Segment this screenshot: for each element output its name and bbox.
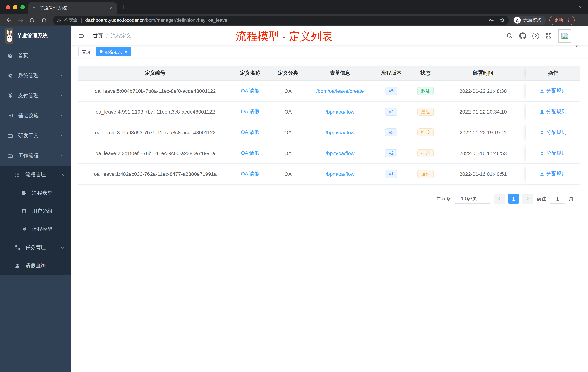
form-link[interactable]: /bpm/oa/flow xyxy=(326,130,355,135)
sidebar-item-system-mgmt[interactable]: 系统管理 xyxy=(0,66,71,86)
goto-label: 前往 xyxy=(537,196,546,202)
robot-icon xyxy=(21,208,27,214)
col-header-actions: 操作 xyxy=(526,66,580,80)
person-icon xyxy=(540,172,544,176)
password-key-icon[interactable] xyxy=(488,17,494,23)
page-number-button[interactable]: 1 xyxy=(508,194,519,204)
reload-button[interactable] xyxy=(27,15,37,25)
toolbox-icon xyxy=(7,133,13,139)
definition-name-link[interactable]: OA 请假 xyxy=(241,129,260,136)
version-badge: v5 xyxy=(385,87,397,95)
breadcrumb-home[interactable]: 首页 xyxy=(93,33,103,39)
forward-button[interactable] xyxy=(15,15,25,25)
active-tag-dot xyxy=(100,50,103,53)
assign-rule-button[interactable]: 分配规则 xyxy=(540,109,567,115)
back-button[interactable] xyxy=(4,15,14,25)
bookmark-star-icon[interactable] xyxy=(499,17,505,23)
assign-rule-button[interactable]: 分配规则 xyxy=(540,88,567,94)
table-row: oa_leave:5:004b710b-7b8a-11ec-8ef0-acde4… xyxy=(78,81,580,101)
help-icon[interactable]: ? xyxy=(532,33,539,39)
app-title: 芋道管理系统 xyxy=(17,33,48,39)
sidebar-item-process-model[interactable]: 流程模型 xyxy=(0,220,71,238)
sidebar-item-process-mgmt[interactable]: 流程管理 xyxy=(0,166,71,184)
arrow-right-icon xyxy=(525,196,530,201)
table-header-row: 定义编号 定义名称 定义分类 表单信息 流程版本 状态 部署时间 操作 xyxy=(78,66,580,81)
briefcase-icon xyxy=(7,153,13,159)
security-chip[interactable]: 不安全 xyxy=(57,17,78,23)
chrome-update-button[interactable]: 更新 xyxy=(549,15,575,25)
browser-toolbar: 不安全 dashboard.yudao.iocoder.cn/bpm/manag… xyxy=(0,14,588,26)
new-tab-button[interactable] xyxy=(121,4,126,10)
prev-page-button[interactable] xyxy=(494,194,505,204)
goto-unit-label: 页 xyxy=(569,196,573,202)
form-link[interactable]: /bpm/oa/flow xyxy=(326,109,355,115)
version-badge: v4 xyxy=(385,108,397,116)
tag-home[interactable]: 首页 xyxy=(78,47,94,56)
annotation-overlay-text: 流程模型 - 定义列表 xyxy=(236,30,333,43)
fullscreen-icon[interactable] xyxy=(545,33,552,39)
definition-name-link[interactable]: OA 请假 xyxy=(241,150,260,156)
cell-category: OA xyxy=(268,101,308,122)
browser-tab[interactable]: 芋道管理系统 xyxy=(28,2,117,14)
chevron-down-icon xyxy=(60,134,64,138)
person-icon xyxy=(540,89,544,93)
version-badge: v1 xyxy=(385,170,397,178)
assign-rule-button[interactable]: 分配规则 xyxy=(540,171,567,177)
browser-window: 芋道管理系统 不安全 dashboard.yudao.iocoder.cn/bp… xyxy=(0,0,588,372)
tag-process-definition[interactable]: 流程定义 xyxy=(96,47,131,56)
chevron-up-icon xyxy=(60,173,64,177)
home-button[interactable] xyxy=(39,15,49,25)
definition-name-link[interactable]: OA 请假 xyxy=(241,109,260,115)
github-icon[interactable] xyxy=(519,33,526,39)
app-logo: 芋道管理系统 xyxy=(0,26,71,45)
status-badge: 激活 xyxy=(417,87,434,95)
monitor-icon xyxy=(7,113,13,119)
site-favicon-plant-icon xyxy=(31,5,37,11)
hamburger-icon[interactable] xyxy=(76,33,87,39)
definition-name-link[interactable]: OA 请假 xyxy=(241,171,260,177)
avatar[interactable] xyxy=(558,29,571,43)
address-bar[interactable]: 不安全 dashboard.yudao.iocoder.cn/bpm/manag… xyxy=(53,15,509,25)
definition-name-link[interactable]: OA 请假 xyxy=(241,88,260,94)
sidebar-item-infrastructure[interactable]: 基础设施 xyxy=(0,106,71,126)
omnibox-divider xyxy=(81,18,82,23)
tab-close-icon[interactable] xyxy=(108,5,114,11)
incognito-label: 无痕模式 xyxy=(523,17,541,23)
assign-rule-button[interactable]: 分配规则 xyxy=(540,129,567,136)
security-label: 不安全 xyxy=(64,17,78,23)
form-link[interactable]: /bpm/oa/leave/create xyxy=(316,88,364,94)
page-content: 定义编号 定义名称 定义分类 表单信息 流程版本 状态 部署时间 操作 oa_l… xyxy=(71,58,588,204)
col-header-definition-id: 定义编号 xyxy=(78,66,232,80)
zoom-window-button[interactable] xyxy=(20,5,25,10)
col-header-version: 流程版本 xyxy=(372,66,410,80)
sidebar-item-user-group[interactable]: 用户分组 xyxy=(0,202,71,220)
form-link[interactable]: /bpm/oa/flow xyxy=(326,150,355,156)
logo-avatar xyxy=(5,28,13,44)
avatar-caret-icon[interactable] xyxy=(575,44,578,48)
close-window-button[interactable] xyxy=(6,5,10,10)
sidebar-item-task-mgmt[interactable]: 任务管理 xyxy=(0,238,71,257)
form-link[interactable]: /bpm/oa/flow xyxy=(326,171,355,177)
tag-close-icon[interactable] xyxy=(124,50,128,53)
cell-definition-id: oa_leave:4:991f2193-7b7f-11ec-a3c8-acde4… xyxy=(78,101,232,122)
table-row: oa_leave:1:482ec033-762a-11ec-8477-a2380… xyxy=(78,164,580,185)
next-page-button[interactable] xyxy=(522,194,533,204)
goto-page-input[interactable] xyxy=(550,194,565,204)
dashboard-icon xyxy=(7,53,13,58)
cell-definition-id: oa_leave:2:3c1f0ef1-76b1-11ec-9c66-a2380… xyxy=(78,143,232,164)
url-path: /bpm/manager/definition?key=oa_leave xyxy=(145,17,227,23)
sidebar-item-home[interactable]: 首页 xyxy=(0,45,71,66)
tab-search-chevron-icon[interactable] xyxy=(578,5,583,9)
warning-icon xyxy=(57,18,62,23)
sidebar-item-payment-mgmt[interactable]: ¥ 支付管理 xyxy=(0,86,71,106)
page-size-select[interactable]: 10条/页 xyxy=(454,194,490,204)
sidebar-item-process-form[interactable]: 流程表单 xyxy=(0,184,71,202)
search-icon[interactable] xyxy=(506,33,513,39)
sidebar-item-workflow[interactable]: 工作流程 xyxy=(0,146,71,166)
version-badge: v2 xyxy=(385,149,397,157)
sidebar-item-leave-query[interactable]: 请假查询 xyxy=(0,257,71,275)
sidebar-item-dev-tools[interactable]: 研发工具 xyxy=(0,126,71,146)
assign-rule-button[interactable]: 分配规则 xyxy=(540,150,567,156)
minimize-window-button[interactable] xyxy=(13,5,17,10)
browser-menu-dots-icon[interactable] xyxy=(566,18,571,22)
